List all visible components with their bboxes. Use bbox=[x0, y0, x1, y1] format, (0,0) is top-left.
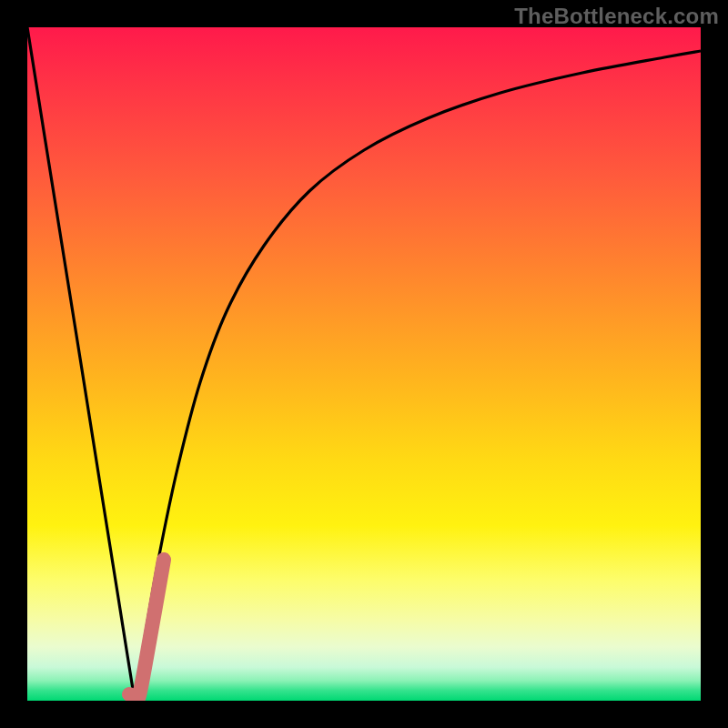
curve-layer bbox=[27, 27, 701, 701]
plot-area bbox=[27, 27, 701, 701]
chart-frame: TheBottleneck.com bbox=[0, 0, 728, 728]
black-curve-right-path bbox=[135, 51, 701, 701]
black-curve-left-path bbox=[27, 27, 135, 701]
watermark-text: TheBottleneck.com bbox=[514, 4, 719, 29]
salmon-marker-path bbox=[129, 560, 164, 698]
